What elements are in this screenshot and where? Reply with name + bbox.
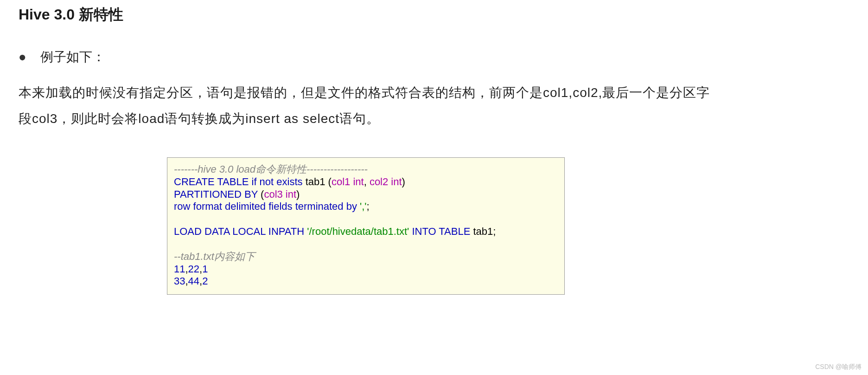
code-text: tab1 ( [303,176,332,188]
code-comment: -------hive 3.0 load命令新特性---------------… [174,163,368,175]
code-text: ( [258,188,264,200]
code-text: , [364,176,370,188]
code-keyword: CREATE TABLE if not exists [174,176,303,188]
code-text: ; [367,200,370,212]
code-column: col1 int [332,176,364,188]
code-comment: --tab1.txt内容如下 [174,251,255,262]
bullet-dot-icon: ● [19,50,26,65]
code-number: 22 [188,263,199,275]
code-number: 33 [174,275,185,287]
code-string: '/root/hivedata/tab1.txt' [304,226,409,237]
bullet-text: 例子如下： [40,48,105,66]
explanation-paragraph: 本来加载的时候没有指定分区，语句是报错的，但是文件的格式符合表的结构，前两个是c… [19,80,723,132]
code-keyword: row format delimited fields terminated b… [174,200,357,212]
code-keyword: INTO TABLE [409,226,470,237]
code-number: 11 [174,263,185,275]
code-number: 44 [188,275,199,287]
code-column: col3 int [264,188,296,200]
bullet-list-item: ● 例子如下： [19,48,849,66]
code-string: ',' [357,200,367,212]
watermark-text: CSDN @喻师傅 [815,363,862,371]
code-number: 2 [202,275,208,287]
code-keyword: LOAD DATA LOCAL INPATH [174,226,304,237]
code-text: ) [296,188,300,200]
code-text: tab1; [470,226,496,237]
sql-code-block: -------hive 3.0 load命令新特性---------------… [167,157,565,295]
code-text: ) [402,176,405,188]
code-keyword: PARTITIONED BY [174,188,258,200]
page-title: Hive 3.0 新特性 [19,5,849,25]
code-column: col2 int [370,176,402,188]
code-number: 1 [202,263,208,275]
